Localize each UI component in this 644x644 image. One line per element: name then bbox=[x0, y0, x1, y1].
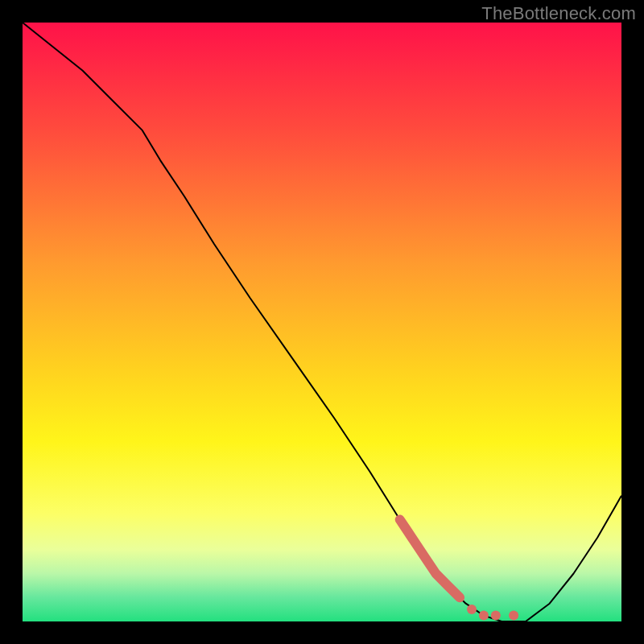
chart-svg bbox=[23, 23, 621, 621]
attribution-label: TheBottleneck.com bbox=[481, 3, 636, 24]
svg-point-4 bbox=[509, 611, 518, 621]
plot-area bbox=[23, 23, 621, 621]
svg-point-3 bbox=[491, 611, 501, 621]
highlight-dots bbox=[400, 520, 518, 621]
chart-container: TheBottleneck.com bbox=[0, 0, 644, 644]
svg-point-2 bbox=[479, 611, 489, 621]
svg-point-1 bbox=[467, 605, 477, 614]
curve-line bbox=[23, 23, 621, 621]
